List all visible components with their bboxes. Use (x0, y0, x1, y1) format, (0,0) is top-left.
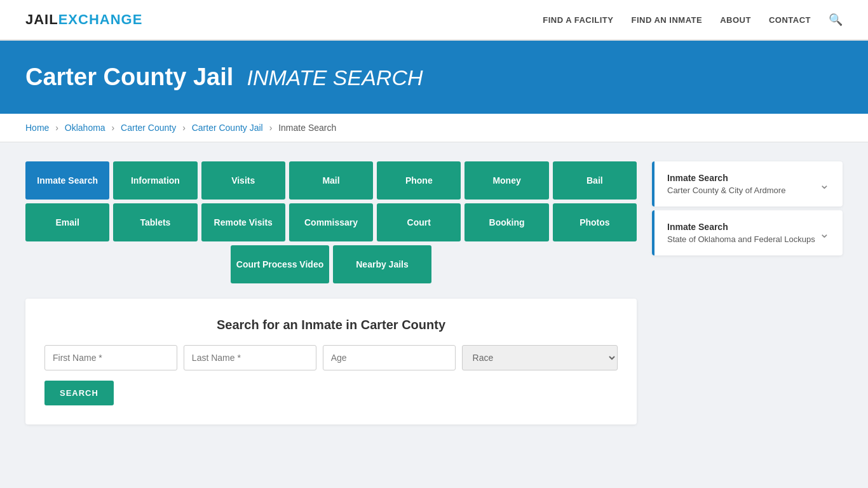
page-title: Carter County Jail INMATE SEARCH (25, 64, 843, 91)
tab-inmate-search[interactable]: Inmate Search (25, 161, 109, 200)
sidebar-card-1: Inmate Search Carter County & City of Ar… (652, 161, 843, 207)
last-name-input[interactable] (184, 345, 316, 370)
search-inputs: Race White Black Hispanic Asian Native A… (44, 345, 618, 370)
logo-jail: JAIL (25, 11, 58, 27)
logo[interactable]: JAILEXCHANGE (25, 11, 142, 28)
tab-remote-visits[interactable]: Remote Visits (201, 203, 285, 241)
sidebar-item-2-title: Inmate Search (667, 222, 815, 232)
race-select[interactable]: Race White Black Hispanic Asian Native A… (462, 345, 618, 370)
nav-item-find-inmate[interactable]: FIND AN INMATE (631, 14, 702, 25)
tab-mail[interactable]: Mail (289, 161, 373, 200)
sidebar-item-2-subtitle: State of Oklahoma and Federal Lockups (667, 234, 815, 244)
logo-exchange: EXCHANGE (58, 11, 143, 27)
navbar: JAILEXCHANGE FIND A FACILITY FIND AN INM… (0, 0, 868, 41)
right-column: Inmate Search Carter County & City of Ar… (652, 161, 843, 259)
sidebar-card-2: Inmate Search State of Oklahoma and Fede… (652, 210, 843, 255)
search-title: Search for an Inmate in Carter County (44, 318, 618, 332)
tab-photos[interactable]: Photos (553, 203, 637, 241)
nav-item-about[interactable]: ABOUT (720, 14, 751, 25)
sidebar-item-2[interactable]: Inmate Search State of Oklahoma and Fede… (652, 210, 843, 255)
tabs-row1: Inmate Search Information Visits Mail Ph… (25, 161, 637, 200)
tab-visits[interactable]: Visits (201, 161, 285, 200)
nav-links: FIND A FACILITY FIND AN INMATE ABOUT CON… (543, 13, 843, 27)
breadcrumb: Home › Oklahoma › Carter County › Carter… (0, 114, 868, 142)
search-box: Search for an Inmate in Carter County Ra… (25, 299, 637, 424)
first-name-input[interactable] (44, 345, 177, 370)
tab-email[interactable]: Email (25, 203, 109, 241)
left-column: Inmate Search Information Visits Mail Ph… (25, 161, 637, 424)
tab-tablets[interactable]: Tablets (113, 203, 197, 241)
sidebar-item-1-subtitle: Carter County & City of Ardmore (667, 186, 785, 195)
tabs-row2: Email Tablets Remote Visits Commissary C… (25, 203, 637, 241)
nav-item-contact[interactable]: CONTACT (769, 14, 811, 25)
tab-booking[interactable]: Booking (465, 203, 548, 241)
tab-money[interactable]: Money (465, 161, 548, 200)
nav-search-icon[interactable]: 🔍 (829, 13, 843, 27)
tab-information[interactable]: Information (113, 161, 197, 200)
tab-phone[interactable]: Phone (377, 161, 461, 200)
tab-nearby-jails[interactable]: Nearby Jails (333, 245, 431, 283)
tabs-row3: Court Process Video Nearby Jails (25, 245, 637, 283)
nav-item-find-facility[interactable]: FIND A FACILITY (543, 14, 613, 25)
tab-court[interactable]: Court (377, 203, 461, 241)
search-button[interactable]: SEARCH (44, 381, 114, 405)
age-input[interactable] (323, 345, 456, 370)
tab-commissary[interactable]: Commissary (289, 203, 373, 241)
main-content: Inmate Search Information Visits Mail Ph… (0, 142, 868, 444)
sidebar-item-1[interactable]: Inmate Search Carter County & City of Ar… (652, 161, 843, 207)
sidebar-item-1-title: Inmate Search (667, 173, 785, 183)
hero-banner: Carter County Jail INMATE SEARCH (0, 41, 868, 114)
tab-bail[interactable]: Bail (553, 161, 637, 200)
tab-court-process-video[interactable]: Court Process Video (231, 245, 329, 283)
chevron-down-icon-2: ⌄ (819, 226, 830, 241)
chevron-down-icon: ⌄ (819, 177, 830, 192)
